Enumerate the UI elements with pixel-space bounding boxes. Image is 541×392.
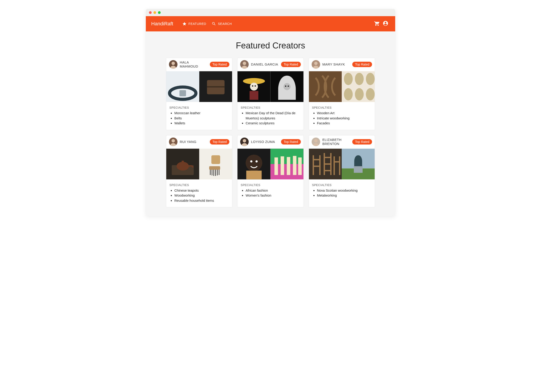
creator-card[interactable]: Rui YangTop RatedSpecialtiesChinese teap… xyxy=(166,135,232,208)
account-button[interactable] xyxy=(381,19,390,29)
cart-button[interactable] xyxy=(373,19,381,29)
specialties-list: Chinese teapotsWoodworkingReusable house… xyxy=(169,188,229,203)
specialty-item: Mexican Day of the Dead (Día de Muertos)… xyxy=(245,111,300,121)
creator-avatar[interactable] xyxy=(169,60,177,69)
star-icon xyxy=(182,21,187,26)
creator-thumbnails xyxy=(166,71,232,102)
specialty-item: Metalworking xyxy=(317,193,372,198)
creator-card-header: Loyiso ZumaTop Rated xyxy=(238,135,303,148)
product-thumbnail[interactable] xyxy=(342,148,375,180)
svg-rect-44 xyxy=(209,166,220,170)
svg-point-29 xyxy=(366,88,375,101)
svg-point-49 xyxy=(250,160,253,163)
search-icon xyxy=(212,21,216,26)
specialties-list: Wooden ArtIntricate woodworkingFacades xyxy=(312,111,372,126)
svg-point-34 xyxy=(177,162,189,171)
creator-card[interactable]: Mary ShaykTop RatedSpecialtiesWooden Art… xyxy=(309,58,375,130)
creator-avatar[interactable] xyxy=(169,137,177,146)
product-thumbnail[interactable] xyxy=(270,148,303,180)
creator-card-body: SpecialtiesMoroccan leatherBeltsWallets xyxy=(166,102,232,130)
creator-card-body: SpecialtiesChinese teapotsWoodworkingReu… xyxy=(166,180,232,207)
svg-point-13 xyxy=(252,85,253,87)
product-thumbnail[interactable] xyxy=(238,71,270,102)
specialty-item: Woodworking xyxy=(174,193,229,198)
creator-card[interactable]: Daniel GarciaTop RatedSpecialtiesMexican… xyxy=(237,58,303,130)
svg-point-17 xyxy=(284,83,291,90)
svg-rect-54 xyxy=(275,157,278,175)
specialty-item: Chinese teapots xyxy=(174,188,229,193)
top-rated-badge: Top Rated xyxy=(210,139,230,144)
product-thumbnail[interactable] xyxy=(270,71,303,102)
specialties-list: African fashionWomen's fashion xyxy=(241,188,300,198)
page-title: Featured Creators xyxy=(166,41,375,51)
svg-rect-57 xyxy=(293,156,297,175)
specialty-item: African fashion xyxy=(245,188,300,193)
creator-card-body: SpecialtiesMexican Day of the Dead (Día … xyxy=(238,102,303,130)
specialty-item: Belts xyxy=(174,116,229,121)
specialty-item: Ceramic sculptures xyxy=(245,121,300,126)
svg-rect-58 xyxy=(298,157,302,175)
product-thumbnail[interactable] xyxy=(166,71,199,102)
svg-point-50 xyxy=(256,160,258,163)
product-thumbnail[interactable] xyxy=(166,148,199,180)
creator-thumbnails xyxy=(309,71,375,102)
creator-name: Rui Yang xyxy=(180,140,208,144)
creator-avatar[interactable] xyxy=(312,137,320,146)
app-header: HandiRaft Featured Search xyxy=(146,16,395,31)
svg-rect-51 xyxy=(246,171,261,179)
product-thumbnail[interactable] xyxy=(199,148,232,180)
creator-card[interactable]: Hala MahmoudTop RatedSpecialtiesMoroccan… xyxy=(166,58,232,130)
product-thumbnail[interactable] xyxy=(309,71,342,102)
window-minimize-icon[interactable] xyxy=(153,11,156,14)
creator-card-body: SpecialtiesNova Scotian woodworkingMetal… xyxy=(309,180,375,202)
svg-point-26 xyxy=(366,73,375,85)
specialties-label: Specialties xyxy=(169,106,229,109)
creator-card-header: Hala MahmoudTop Rated xyxy=(166,58,232,71)
svg-point-12 xyxy=(250,83,258,90)
product-thumbnail[interactable] xyxy=(342,71,375,102)
svg-point-21 xyxy=(314,62,317,65)
product-thumbnail[interactable] xyxy=(309,148,342,180)
creator-grid: Hala MahmoudTop RatedSpecialtiesMoroccan… xyxy=(166,58,375,207)
creator-avatar[interactable] xyxy=(240,60,249,69)
creator-avatar[interactable] xyxy=(312,60,320,69)
nav-search[interactable]: Search xyxy=(209,20,234,28)
svg-point-9 xyxy=(243,62,246,65)
svg-point-46 xyxy=(243,139,246,142)
creator-name: Daniel Garcia xyxy=(251,62,279,66)
creator-card[interactable]: Loyiso ZumaTop RatedSpecialtiesAfrican f… xyxy=(237,135,303,208)
page-content: Featured Creators Hala MahmoudTop RatedS… xyxy=(146,31,395,216)
creator-name: Loyiso Zuma xyxy=(251,140,279,144)
svg-rect-37 xyxy=(211,155,220,164)
creator-card-header: Daniel GarciaTop Rated xyxy=(238,58,303,71)
svg-point-18 xyxy=(285,86,286,87)
creator-card[interactable]: Elizabeth BrentonTop RatedSpecialtiesNov… xyxy=(309,135,375,208)
specialties-list: Mexican Day of the Dead (Día de Muertos)… xyxy=(241,111,300,126)
specialty-item: Wallets xyxy=(174,121,229,126)
svg-rect-64 xyxy=(354,166,363,173)
svg-rect-56 xyxy=(287,157,290,175)
svg-point-48 xyxy=(246,154,262,171)
specialty-item: Nova Scotian woodworking xyxy=(317,188,372,193)
svg-rect-35 xyxy=(182,161,184,163)
creator-card-header: Rui YangTop Rated xyxy=(166,135,232,148)
svg-point-19 xyxy=(288,86,289,87)
top-rated-badge: Top Rated xyxy=(352,62,372,67)
nav-featured[interactable]: Featured xyxy=(180,20,209,28)
specialty-item: Moroccan leather xyxy=(174,111,229,116)
window-titlebar xyxy=(146,9,395,16)
svg-point-31 xyxy=(172,139,175,142)
specialty-item: Women's fashion xyxy=(245,193,300,198)
svg-rect-7 xyxy=(207,86,224,87)
window-maximize-icon[interactable] xyxy=(158,11,161,14)
svg-rect-4 xyxy=(180,90,186,96)
creator-avatar[interactable] xyxy=(240,137,249,146)
product-thumbnail[interactable] xyxy=(199,71,232,102)
window-close-icon[interactable] xyxy=(149,11,152,14)
creator-card-header: Mary ShaykTop Rated xyxy=(309,58,375,71)
specialties-list: Moroccan leatherBeltsWallets xyxy=(169,111,229,126)
specialties-list: Nova Scotian woodworkingMetalworking xyxy=(312,188,372,198)
top-rated-badge: Top Rated xyxy=(281,139,301,144)
brand-logo[interactable]: HandiRaft xyxy=(151,21,173,27)
product-thumbnail[interactable] xyxy=(238,148,270,180)
